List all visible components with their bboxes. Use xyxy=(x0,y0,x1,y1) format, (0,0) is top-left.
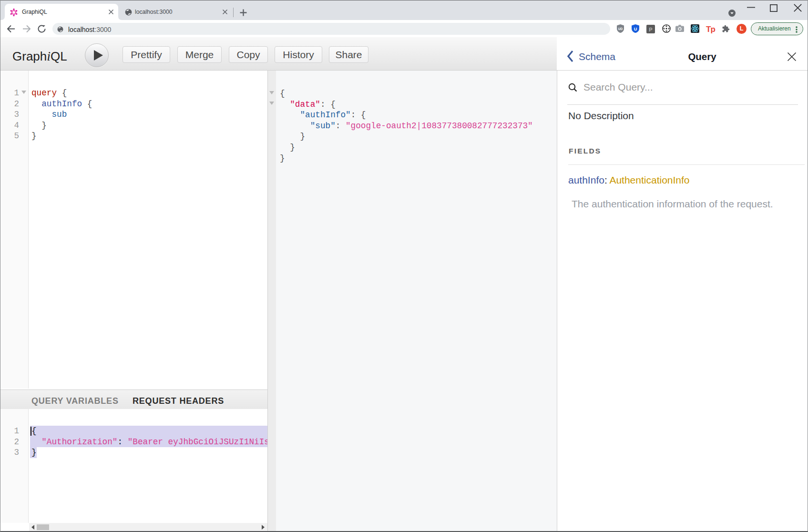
svg-text:P: P xyxy=(649,27,652,32)
svg-text:UD: UD xyxy=(618,27,623,31)
svg-text:U: U xyxy=(634,27,637,31)
